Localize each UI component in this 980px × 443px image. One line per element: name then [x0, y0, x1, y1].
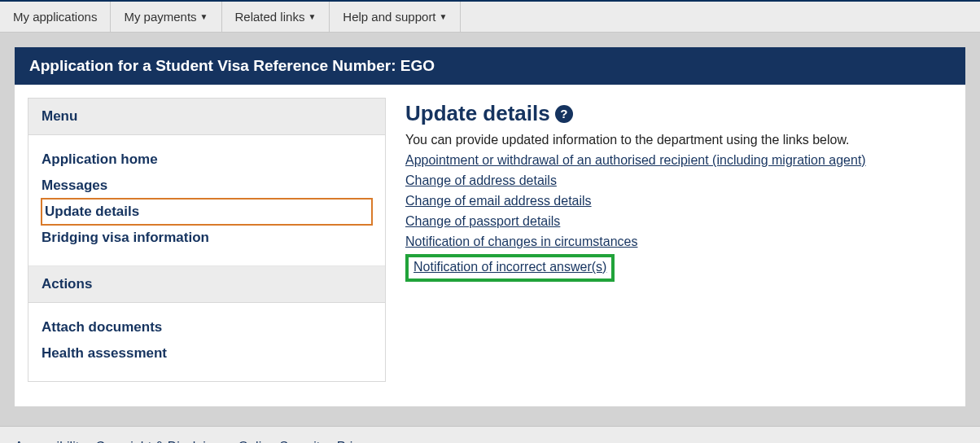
page-container: Application for a Student Visa Reference…: [0, 33, 980, 426]
help-icon[interactable]: ?: [555, 105, 573, 123]
link-change-address[interactable]: Change of address details: [405, 173, 557, 187]
sidebar-item-health-assessment[interactable]: Health assessment: [42, 340, 372, 366]
nav-label: My applications: [13, 10, 97, 24]
main-heading-text: Update details: [405, 101, 550, 126]
footer-copyright[interactable]: Copyright & Disclaimer: [96, 440, 229, 443]
link-incorrect-answer[interactable]: Notification of incorrect answer(s): [413, 260, 606, 274]
link-changes-circumstances[interactable]: Notification of changes in circumstances: [405, 235, 637, 248]
update-links-list: Appointment or withdrawal of an authoris…: [405, 151, 949, 282]
chevron-down-icon: ▼: [440, 12, 448, 21]
main-heading: Update details ?: [405, 101, 949, 126]
sidebar-actions-header: Actions: [28, 266, 385, 303]
highlighted-link-box: Notification of incorrect answer(s): [405, 254, 615, 282]
footer-accessibility[interactable]: Accessibility: [15, 440, 85, 443]
link-change-email[interactable]: Change of email address details: [405, 194, 592, 208]
nav-help-support[interactable]: Help and support ▼: [330, 2, 461, 32]
top-nav: My applications My payments ▼ Related li…: [0, 2, 980, 33]
sidebar-item-bridging-visa[interactable]: Bridging visa information: [42, 225, 372, 251]
sidebar-actions-section: Attach documents Health assessment: [28, 303, 385, 381]
sidebar-menu-section: Application home Messages Update details…: [28, 135, 385, 266]
content-area: Menu Application home Messages Update de…: [15, 85, 965, 406]
sidebar-menu-header: Menu: [28, 99, 385, 135]
main-intro-text: You can provide updated information to t…: [405, 133, 949, 147]
nav-label: Related links: [235, 10, 305, 24]
footer: Accessibility Copyright & Disclaimer Onl…: [0, 426, 980, 443]
footer-online-security[interactable]: Online Security: [238, 440, 327, 443]
page-inner: Application for a Student Visa Reference…: [15, 47, 965, 406]
nav-label: My payments: [124, 10, 196, 24]
nav-label: Help and support: [343, 10, 435, 24]
nav-my-applications[interactable]: My applications: [0, 2, 111, 32]
footer-privacy[interactable]: Privacy: [337, 440, 379, 443]
chevron-down-icon: ▼: [200, 12, 208, 21]
nav-my-payments[interactable]: My payments ▼: [111, 2, 221, 32]
nav-related-links[interactable]: Related links ▼: [222, 2, 330, 32]
sidebar-item-update-details[interactable]: Update details: [42, 199, 372, 225]
main-panel: Update details ? You can provide updated…: [405, 98, 952, 382]
sidebar-item-application-home[interactable]: Application home: [42, 147, 372, 173]
sidebar: Menu Application home Messages Update de…: [28, 98, 386, 382]
sidebar-item-messages[interactable]: Messages: [42, 173, 372, 199]
link-authorised-recipient[interactable]: Appointment or withdrawal of an authoris…: [405, 153, 866, 167]
page-title: Application for a Student Visa Reference…: [15, 47, 965, 85]
sidebar-item-attach-documents[interactable]: Attach documents: [42, 314, 372, 340]
link-change-passport[interactable]: Change of passport details: [405, 214, 560, 228]
chevron-down-icon: ▼: [308, 12, 316, 21]
